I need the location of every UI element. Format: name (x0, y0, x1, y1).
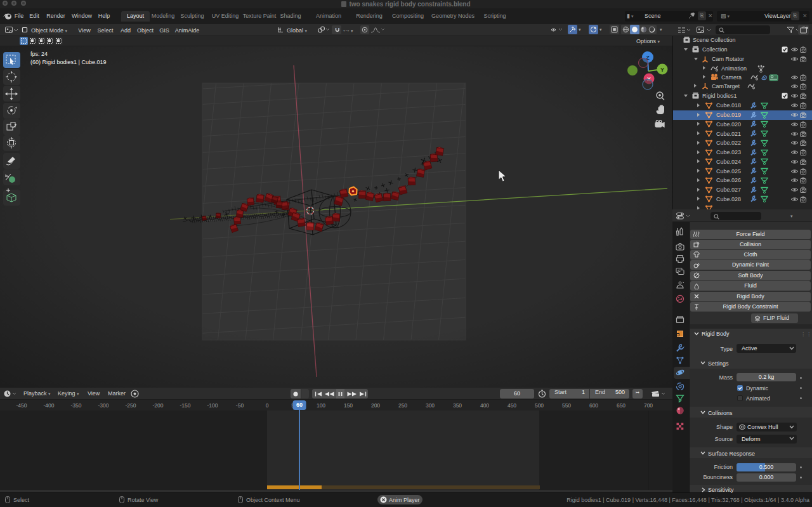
svg-text:Y: Y (660, 67, 664, 73)
